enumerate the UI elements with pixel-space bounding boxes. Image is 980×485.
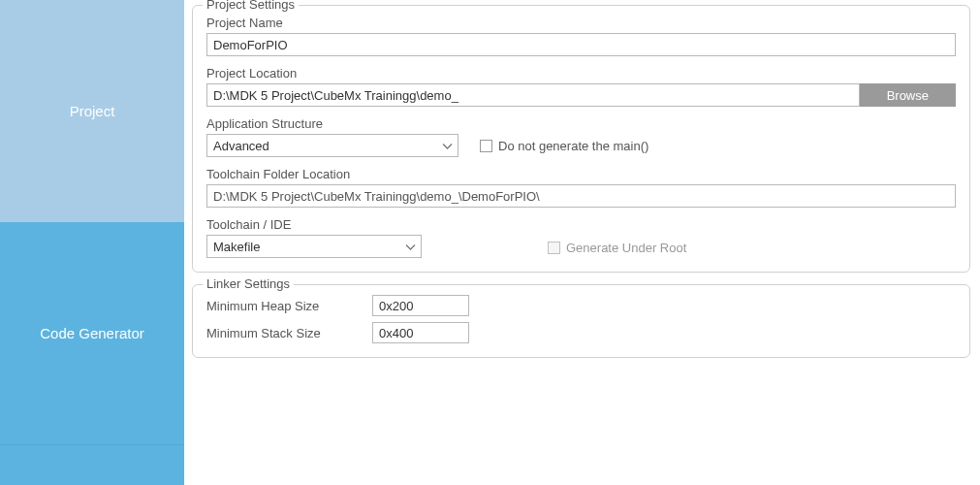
linker-settings-fieldset: Linker Settings Minimum Heap Size Minimu… xyxy=(192,284,970,358)
no-main-label: Do not generate the main() xyxy=(498,139,648,153)
stack-row: Minimum Stack Size xyxy=(206,322,956,343)
project-location-label: Project Location xyxy=(206,66,956,81)
toolchain-ide-value[interactable] xyxy=(206,235,422,258)
project-settings-legend: Project Settings xyxy=(203,0,299,12)
generate-under-root-wrap: Generate Under Root xyxy=(548,241,686,255)
project-settings-fieldset: Project Settings Project Name Project Lo… xyxy=(192,5,970,273)
app-structure-value[interactable] xyxy=(206,134,458,157)
stack-input[interactable] xyxy=(372,322,469,343)
project-location-input[interactable] xyxy=(206,83,860,107)
main-panel: Project Settings Project Name Project Lo… xyxy=(184,0,980,485)
toolchain-folder-label: Toolchain Folder Location xyxy=(206,167,956,181)
toolchain-folder-row: Toolchain Folder Location xyxy=(206,167,956,208)
sidebar-item-blank[interactable] xyxy=(0,444,184,485)
sidebar-item-code-generator[interactable]: Code Generator xyxy=(0,222,184,444)
linker-settings-legend: Linker Settings xyxy=(203,276,294,291)
toolchain-ide-label: Toolchain / IDE xyxy=(206,217,956,232)
app-structure-label: Application Structure xyxy=(206,116,956,131)
heap-input[interactable] xyxy=(372,295,469,316)
project-name-input[interactable] xyxy=(206,33,956,56)
toolchain-folder-input xyxy=(206,184,956,208)
heap-label: Minimum Heap Size xyxy=(206,299,357,313)
sidebar-item-label: Project xyxy=(70,103,115,119)
project-name-label: Project Name xyxy=(206,16,956,30)
toolchain-ide-select[interactable] xyxy=(206,235,422,258)
toolchain-ide-row: Toolchain / IDE Generate Under Root xyxy=(206,217,956,258)
project-name-row: Project Name xyxy=(206,16,956,56)
sidebar: Project Code Generator xyxy=(0,0,184,485)
stack-label: Minimum Stack Size xyxy=(206,326,357,340)
sidebar-item-project[interactable]: Project xyxy=(0,0,184,222)
no-main-checkbox[interactable] xyxy=(480,140,492,152)
browse-button[interactable]: Browse xyxy=(860,83,956,107)
heap-row: Minimum Heap Size xyxy=(206,295,956,316)
sidebar-item-label: Code Generator xyxy=(40,325,144,341)
app-structure-select[interactable] xyxy=(206,134,458,157)
project-location-row: Project Location Browse xyxy=(206,66,956,107)
generate-under-root-checkbox xyxy=(548,242,560,254)
generate-under-root-label: Generate Under Root xyxy=(566,241,686,255)
no-main-checkbox-wrap: Do not generate the main() xyxy=(480,139,648,153)
app-structure-row: Application Structure Do not generate th… xyxy=(206,116,956,157)
